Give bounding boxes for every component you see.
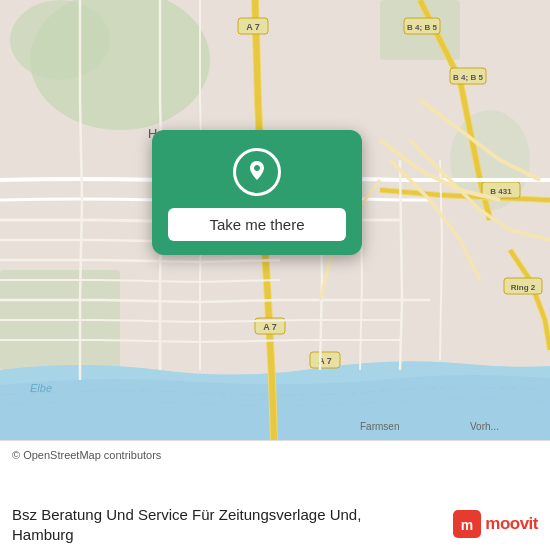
svg-text:Farmsen: Farmsen: [360, 421, 399, 432]
moovit-logo: m moovit: [453, 510, 538, 538]
svg-text:Ring 2: Ring 2: [511, 283, 536, 292]
svg-text:A 7: A 7: [246, 22, 260, 32]
moovit-icon: m: [453, 510, 481, 538]
map-container: Elbe A 7 A 7 A 7 A 7 B 4; B 5 B 4; B 5 B…: [0, 0, 550, 440]
svg-text:m: m: [461, 517, 473, 533]
take-me-there-button[interactable]: Take me there: [168, 208, 346, 241]
bottom-bar: © OpenStreetMap contributors Bsz Beratun…: [0, 440, 550, 550]
place-name: Bsz Beratung Und Service Für Zeitungsver…: [12, 506, 361, 543]
svg-text:Vorh...: Vorh...: [470, 421, 499, 432]
svg-text:B 4; B 5: B 4; B 5: [407, 23, 437, 32]
svg-text:A 7: A 7: [263, 322, 277, 332]
svg-text:B 4; B 5: B 4; B 5: [453, 73, 483, 82]
svg-point-2: [10, 0, 110, 80]
popup-card: Take me there: [152, 130, 362, 255]
map-attribution: © OpenStreetMap contributors: [12, 449, 538, 461]
moovit-text: moovit: [485, 514, 538, 534]
svg-text:B 431: B 431: [490, 187, 512, 196]
location-pin-icon: [233, 148, 281, 196]
